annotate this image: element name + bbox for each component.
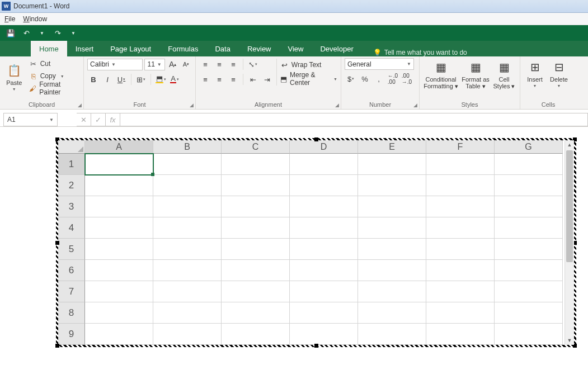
cell-styles-button[interactable]: ▦ CellStyles ▾ [492, 58, 516, 89]
cell-E3[interactable] [358, 196, 426, 217]
column-header-G[interactable]: G [495, 140, 563, 154]
cell-G8[interactable] [495, 302, 563, 324]
cell-D9[interactable] [290, 324, 358, 345]
align-center-button[interactable]: ≡ [213, 73, 225, 86]
cell-F5[interactable] [426, 239, 495, 260]
menu-file[interactable]: File [4, 15, 15, 23]
row-header-1[interactable]: 1 [58, 154, 85, 175]
redo-icon[interactable]: ↷ [51, 27, 64, 39]
column-header-E[interactable]: E [358, 140, 426, 154]
cell-E5[interactable] [358, 239, 426, 260]
undo-icon[interactable]: ↶ [20, 27, 32, 39]
embedded-spreadsheet-object[interactable]: ABCDEFG 123456789 ▲ ▼ [56, 138, 576, 347]
copy-button[interactable]: ⎘Copy▼ [29, 70, 80, 82]
cell-F4[interactable] [426, 217, 495, 239]
column-header-F[interactable]: F [426, 140, 495, 154]
cell-C5[interactable] [222, 239, 290, 260]
delete-cells-button[interactable]: ⊟ Delete ▼ [548, 58, 570, 88]
cell-E6[interactable] [358, 260, 426, 281]
cell-B2[interactable] [153, 175, 222, 196]
resize-handle[interactable] [55, 241, 59, 245]
enter-formula-button[interactable]: ✓ [91, 113, 106, 126]
increase-indent-button[interactable]: ⇥ [261, 73, 273, 86]
cell-G2[interactable] [495, 175, 563, 196]
scroll-thumb[interactable] [566, 150, 573, 262]
cancel-formula-button[interactable]: ✕ [77, 113, 91, 126]
cell-C8[interactable] [222, 302, 290, 324]
cell-G1[interactable] [495, 154, 563, 175]
cell-E2[interactable] [358, 175, 426, 196]
resize-handle[interactable] [314, 344, 318, 348]
cell-E1[interactable] [358, 154, 426, 175]
percent-button[interactable]: % [359, 73, 371, 85]
shrink-font-button[interactable]: A▾ [180, 58, 192, 70]
cell-F6[interactable] [426, 260, 495, 281]
increase-decimal-button[interactable]: ←.0.00 [387, 73, 399, 85]
cell-G7[interactable] [495, 281, 563, 302]
cell-B7[interactable] [153, 281, 222, 302]
cell-E8[interactable] [358, 302, 426, 324]
row-header-6[interactable]: 6 [58, 260, 85, 281]
merge-center-button[interactable]: ⬒Merge & Center▼ [280, 73, 337, 84]
cell-F1[interactable] [426, 154, 495, 175]
row-header-7[interactable]: 7 [58, 281, 85, 302]
format-painter-button[interactable]: 🖌Format Painter [29, 83, 80, 94]
cell-A8[interactable] [85, 302, 153, 324]
italic-button[interactable]: I [101, 73, 114, 86]
menu-window[interactable]: Window [23, 15, 47, 23]
cell-D3[interactable] [290, 196, 358, 217]
cell-C7[interactable] [222, 281, 290, 302]
conditional-formatting-button[interactable]: ▦ ConditionalFormatting ▾ [423, 58, 459, 89]
border-button[interactable]: ⊞ [135, 73, 147, 86]
cell-D6[interactable] [290, 260, 358, 281]
align-right-button[interactable]: ≡ [227, 73, 239, 86]
cell-C2[interactable] [222, 175, 290, 196]
cell-B8[interactable] [153, 302, 222, 324]
column-header-C[interactable]: C [222, 140, 290, 154]
select-all-corner[interactable] [58, 140, 85, 154]
resize-handle[interactable] [314, 137, 318, 141]
undo-dropdown-icon[interactable]: ▼ [36, 27, 48, 39]
font-size-dropdown[interactable]: 11▼ [144, 59, 165, 70]
name-box[interactable]: A1 ▼ [3, 113, 58, 126]
tab-page-layout[interactable]: Page Layout [102, 41, 159, 56]
cell-E4[interactable] [358, 217, 426, 239]
cell-B9[interactable] [153, 324, 222, 345]
dialog-launcher-icon[interactable]: ◢ [78, 102, 82, 108]
align-top-button[interactable]: ≡ [199, 58, 211, 70]
cell-G4[interactable] [495, 217, 563, 239]
dialog-launcher-icon[interactable]: ◢ [335, 102, 339, 108]
vertical-scrollbar[interactable]: ▲ ▼ [565, 140, 574, 345]
tab-view[interactable]: View [280, 41, 312, 56]
insert-cells-button[interactable]: ⊞ Insert ▼ [524, 58, 546, 88]
cell-A5[interactable] [85, 239, 153, 260]
cell-A1[interactable] [85, 154, 153, 175]
font-color-button[interactable]: A [168, 73, 181, 86]
row-header-3[interactable]: 3 [58, 196, 85, 217]
align-bottom-button[interactable]: ≡ [227, 58, 239, 70]
cell-B1[interactable] [153, 154, 222, 175]
wrap-text-button[interactable]: ↩Wrap Text [280, 59, 337, 70]
row-header-5[interactable]: 5 [58, 239, 85, 260]
cell-G9[interactable] [495, 324, 563, 345]
cell-F3[interactable] [426, 196, 495, 217]
format-as-table-button[interactable]: ▦ Format asTable ▾ [460, 58, 491, 89]
scroll-down-icon[interactable]: ▼ [565, 336, 574, 345]
decrease-decimal-button[interactable]: .00→.0 [401, 73, 413, 85]
column-header-A[interactable]: A [85, 140, 153, 154]
cell-A7[interactable] [85, 281, 153, 302]
cell-B5[interactable] [153, 239, 222, 260]
cell-B6[interactable] [153, 260, 222, 281]
align-left-button[interactable]: ≡ [199, 73, 211, 86]
cell-D7[interactable] [290, 281, 358, 302]
paste-button[interactable]: 📋 Paste ▼ [3, 61, 25, 91]
cell-D5[interactable] [290, 239, 358, 260]
cell-F2[interactable] [426, 175, 495, 196]
cell-C6[interactable] [222, 260, 290, 281]
cut-button[interactable]: ✂Cut [29, 58, 80, 69]
row-header-9[interactable]: 9 [58, 324, 85, 345]
cell-G5[interactable] [495, 239, 563, 260]
font-name-dropdown[interactable]: Calibri▼ [87, 59, 143, 70]
underline-button[interactable]: U [115, 73, 128, 86]
cell-D2[interactable] [290, 175, 358, 196]
